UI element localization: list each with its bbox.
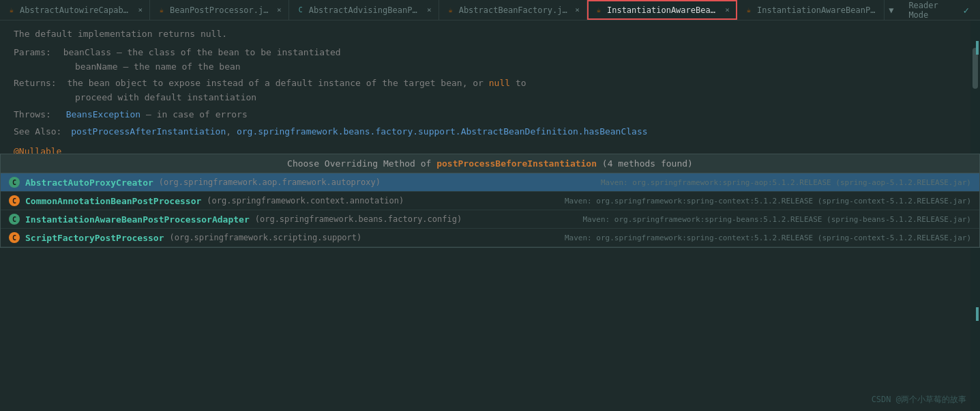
item-icon-4: C bbox=[9, 232, 20, 243]
item-package-2: (org.springframework.context.annotation) bbox=[207, 196, 404, 206]
dialog-item-4[interactable]: C ScriptFactoryPostProcessor (org.spring… bbox=[1, 229, 979, 247]
throws-label: Throws: bbox=[14, 109, 51, 119]
dialog-item-2[interactable]: C CommonAnnotationBeanPostProcessor (org… bbox=[1, 192, 979, 210]
item-icon-2: C bbox=[9, 195, 20, 206]
java-icon-1: ☕ bbox=[7, 5, 16, 15]
tab-label-4: AbstractBeanFactory.java bbox=[459, 5, 569, 15]
doc-area-top: The default implementation returns null.… bbox=[0, 20, 980, 166]
returns-line2-text: proceed with default instantiation bbox=[14, 92, 256, 102]
tab-abstract-advising[interactable]: C AbstractAdvisingBeanPostProcessor.clas… bbox=[289, 0, 439, 20]
item-classname-4: ScriptFactoryPostProcessor bbox=[25, 233, 164, 243]
dialog-header: Choose Overriding Method of postProcessB… bbox=[1, 154, 979, 173]
item-maven-4: Maven: org.springframework:spring-contex… bbox=[565, 233, 971, 242]
java-icon-6: ☕ bbox=[744, 5, 754, 15]
tab-instantiation-aware-2[interactable]: ☕ InstantiationAwareBeanP... bbox=[737, 0, 885, 20]
doc-area-bottom: This is the ideal callback for performin… bbox=[0, 287, 970, 411]
param1-text: beanClass – the class of the bean to be … bbox=[57, 47, 341, 57]
tab-overflow-button[interactable]: ▼ bbox=[885, 0, 897, 20]
tab-abstract-autowire[interactable]: ☕ AbstractAutowireCapableBeanFactory.jav… bbox=[0, 0, 150, 20]
main-content: The default implementation returns null.… bbox=[0, 20, 980, 411]
tab-label-5: InstantiationAwareBeanPostProcessor.java bbox=[607, 5, 719, 15]
dialog-item-1[interactable]: C AbstractAutoProxyCreator (org.springfr… bbox=[1, 173, 979, 192]
java-icon-5: ☕ bbox=[594, 5, 604, 15]
returns-null: null bbox=[489, 78, 510, 88]
item-package-4: (org.springframework.scripting.support) bbox=[170, 233, 362, 242]
tab-close-5[interactable]: × bbox=[725, 5, 730, 14]
item-classname-3: InstantiationAwareBeanPostProcessorAdapt… bbox=[25, 214, 250, 225]
doc-params-section: Params: beanClass – the class of the bea… bbox=[14, 46, 966, 60]
seealso-link2[interactable]: org.springframework.beans.factory.suppor… bbox=[237, 126, 648, 137]
scroll-indicator-1 bbox=[976, 41, 979, 55]
throws-rest: – in case of errors bbox=[140, 109, 248, 119]
doc-returns-section: Returns: the bean object to expose inste… bbox=[14, 76, 966, 91]
tab-label-3: AbstractAdvisingBeanPostProcessor.class bbox=[309, 5, 421, 15]
returns-text-before: the bean object to expose instead of a d… bbox=[61, 78, 488, 88]
class-icon-3: C bbox=[296, 5, 306, 15]
dialog-list: C AbstractAutoProxyCreator (org.springfr… bbox=[1, 173, 979, 247]
scroll-indicator-2 bbox=[976, 307, 979, 321]
dialog-title-after: (4 methods found) bbox=[597, 158, 693, 169]
tab-bean-post-processor[interactable]: ☕ BeanPostProcessor.java × bbox=[150, 0, 289, 20]
doc-seealso-section: See Also: postProcessAfterInstantiation,… bbox=[14, 125, 966, 139]
throws-link[interactable]: BeansException bbox=[57, 109, 141, 119]
tab-close-1[interactable]: × bbox=[138, 5, 143, 14]
returns-text-after: to bbox=[510, 78, 526, 88]
params-label: Params: bbox=[14, 47, 51, 57]
doc-param2-line: beanName – the name of the bean bbox=[14, 60, 966, 74]
item-package-3: (org.springframework.beans.factory.confi… bbox=[255, 214, 462, 224]
doc-throws-section: Throws: BeansException – in case of erro… bbox=[14, 108, 966, 122]
tab-close-2[interactable]: × bbox=[277, 5, 282, 14]
item-icon-3: C bbox=[9, 214, 20, 225]
seealso-link1[interactable]: postProcessAfterInstantiation bbox=[67, 126, 226, 137]
tab-label-2: BeanPostProcessor.java bbox=[170, 5, 271, 15]
tab-label-1: AbstractAutowireCapableBeanFactory.java bbox=[20, 5, 132, 15]
item-icon-1: C bbox=[9, 177, 20, 188]
watermark: CSDN @两个小草莓的故事 bbox=[872, 394, 966, 406]
doc-line-default: The default implementation returns null. bbox=[14, 27, 966, 42]
tab-label-6: InstantiationAwareBeanP... bbox=[757, 5, 877, 15]
item-maven-3: Maven: org.springframework:spring-beans:… bbox=[582, 215, 971, 224]
seealso-label: See Also: bbox=[14, 126, 61, 137]
item-maven-1: Maven: org.springframework:spring-aop:5.… bbox=[601, 178, 971, 187]
java-icon-2: ☕ bbox=[157, 5, 166, 15]
seealso-comma: , bbox=[226, 126, 237, 137]
reader-mode-area: Reader Mode ✓ bbox=[897, 0, 980, 20]
dialog-title-before: Choose Overriding Method of bbox=[287, 158, 436, 169]
reader-mode-label: Reader Mode bbox=[908, 1, 959, 20]
tab-instantiation-aware[interactable]: ☕ InstantiationAwareBeanPostProcessor.ja… bbox=[587, 0, 737, 20]
tab-close-4[interactable]: × bbox=[575, 5, 580, 14]
doc-text-default: The default implementation returns null. bbox=[14, 29, 227, 39]
dialog-method-name: postProcessBeforeInstantiation bbox=[436, 158, 597, 169]
returns-label: Returns: bbox=[14, 78, 57, 88]
reader-mode-check-icon: ✓ bbox=[964, 5, 969, 16]
java-icon-4: ☕ bbox=[446, 5, 456, 15]
item-maven-2: Maven: org.springframework:spring-contex… bbox=[565, 197, 971, 206]
dialog-item-3[interactable]: C InstantiationAwareBeanPostProcessorAda… bbox=[1, 210, 979, 229]
tab-abstract-bean-factory[interactable]: ☕ AbstractBeanFactory.java × bbox=[439, 0, 587, 20]
item-classname-1: AbstractAutoProxyCreator bbox=[25, 178, 153, 188]
tab-bar: ☕ AbstractAutowireCapableBeanFactory.jav… bbox=[0, 0, 980, 20]
doc-returns-line2: proceed with default instantiation bbox=[14, 91, 966, 105]
tab-close-3[interactable]: × bbox=[427, 5, 432, 14]
param2-text: beanName – the name of the bean bbox=[14, 60, 966, 74]
item-classname-2: CommonAnnotationBeanPostProcessor bbox=[25, 196, 201, 206]
item-package-1: (org.springframework.aop.framework.autop… bbox=[159, 178, 381, 187]
override-method-dialog: Choose Overriding Method of postProcessB… bbox=[0, 154, 980, 248]
